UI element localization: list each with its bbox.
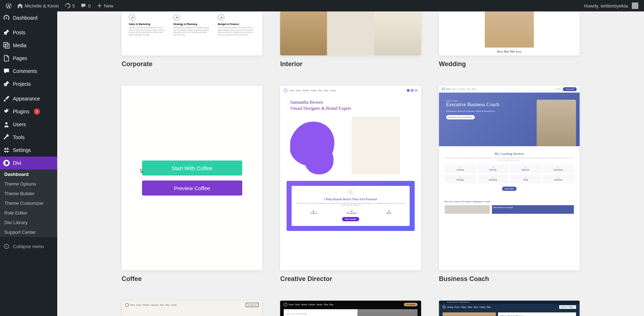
pin-icon bbox=[3, 29, 10, 36]
admin-bar-left: Michelle & Kevin 5 0 New bbox=[3, 0, 116, 11]
menu-appearance[interactable]: Appearance bbox=[0, 92, 57, 105]
template-creative-director[interactable]: Home About Portfolio Project Shop Blog C… bbox=[280, 86, 421, 283]
template-thumbnail: Home About Awards Portfolio Service Shop… bbox=[280, 301, 421, 316]
user-icon bbox=[3, 121, 10, 128]
menu-dashboard[interactable]: Dashboard bbox=[0, 11, 57, 24]
menu-users[interactable]: Users bbox=[0, 118, 57, 131]
divi-icon bbox=[3, 159, 10, 167]
template-label: Business Coach bbox=[439, 275, 580, 283]
menu-label: Pages bbox=[13, 55, 27, 61]
site-name-menu[interactable]: Michelle & Kevin bbox=[14, 0, 62, 11]
pin-icon bbox=[3, 80, 10, 88]
page-icon bbox=[3, 55, 10, 62]
template-grid: ↗Sales & MarketingElevate your business … bbox=[122, 11, 580, 316]
menu-tools[interactable]: Tools bbox=[0, 131, 57, 144]
plugin-icon bbox=[3, 108, 10, 115]
comment-icon bbox=[3, 68, 10, 75]
menu-posts[interactable]: Posts bbox=[0, 26, 57, 39]
template-label: Wedding bbox=[439, 60, 580, 68]
template-wedding[interactable]: How Ben Met Izzy Wedding bbox=[439, 11, 580, 68]
wrench-icon bbox=[3, 134, 10, 141]
menu-label: Divi bbox=[13, 160, 21, 166]
admin-sidebar: Dashboard Posts Media Pages Comments Pro… bbox=[0, 11, 57, 316]
wp-admin-bar: Michelle & Kevin 5 0 New Howdy, writtenb… bbox=[0, 0, 644, 11]
brush-icon bbox=[3, 95, 10, 102]
template-hover-overlay: Start With Coffee Preview Coffee bbox=[122, 86, 262, 270]
template-thumbnail: Home About Portfolio Collection Shop Blo… bbox=[122, 301, 262, 316]
template-architect[interactable]: Home About Portfolio Collection Shop Blo… bbox=[122, 301, 262, 316]
menu-label: Posts bbox=[13, 30, 25, 35]
start-with-button[interactable]: Start With Coffee bbox=[142, 161, 242, 176]
menu-plugins[interactable]: Plugins 3 bbox=[0, 105, 57, 118]
template-label: Interior bbox=[280, 60, 421, 68]
template-thumbnail bbox=[280, 11, 421, 55]
collapse-menu-button[interactable]: Collapse menu bbox=[0, 240, 57, 253]
menu-label: Users bbox=[13, 122, 26, 127]
submenu-theme-options[interactable]: Theme Options bbox=[0, 179, 57, 189]
wordpress-icon bbox=[6, 3, 11, 9]
collapse-label: Collapse menu bbox=[13, 244, 44, 249]
menu-label: Dashboard bbox=[13, 15, 38, 21]
template-thumbnail: 📞123-456-4318 FOR RESERVATIONS Landing H… bbox=[439, 301, 580, 316]
dashboard-icon bbox=[3, 14, 10, 21]
svg-point-1 bbox=[5, 122, 8, 124]
media-icon bbox=[3, 42, 10, 49]
admin-bar-right: Howdy, writtenbyekta bbox=[581, 0, 641, 11]
cursor-icon bbox=[139, 168, 145, 175]
menu-label: Projects bbox=[13, 81, 31, 87]
template-interior[interactable]: Interior bbox=[280, 11, 421, 68]
preview-button[interactable]: Preview Coffee bbox=[142, 181, 242, 196]
submenu-divi-library[interactable]: Divi Library bbox=[0, 218, 57, 227]
plus-icon bbox=[97, 3, 102, 9]
howdy-text: Howdy, writtenbyekta bbox=[584, 3, 628, 9]
submenu-theme-customizer[interactable]: Theme Customizer bbox=[0, 198, 57, 208]
template-restaurant[interactable]: 📞123-456-4318 FOR RESERVATIONS Landing H… bbox=[439, 301, 580, 316]
refresh-menu[interactable]: 5 bbox=[62, 0, 78, 11]
menu-projects[interactable]: Projects bbox=[0, 78, 57, 90]
template-dark[interactable]: Home About Awards Portfolio Service Shop… bbox=[280, 301, 421, 316]
new-label: New bbox=[104, 3, 113, 9]
template-corporate[interactable]: ↗Sales & MarketingElevate your business … bbox=[122, 11, 262, 68]
home-icon bbox=[17, 3, 23, 9]
menu-label: Comments bbox=[13, 68, 37, 74]
refresh-icon bbox=[65, 3, 70, 9]
menu-label: Settings bbox=[13, 147, 31, 153]
submenu-dashboard[interactable]: Dashboard bbox=[0, 169, 57, 179]
submenu-support-center[interactable]: Support Center bbox=[0, 227, 57, 237]
template-label: Creative Director bbox=[280, 275, 421, 283]
template-grid-content: ↗Sales & MarketingElevate your business … bbox=[57, 11, 644, 316]
new-menu[interactable]: New bbox=[94, 0, 116, 11]
template-label: Corporate bbox=[122, 60, 262, 68]
template-thumbnail: How Ben Met Izzy bbox=[439, 11, 580, 55]
comment-icon bbox=[80, 3, 86, 9]
menu-media[interactable]: Media bbox=[0, 39, 57, 52]
template-thumbnail: ↗Sales & MarketingElevate your business … bbox=[122, 11, 262, 55]
template-thumbnail: Home About Services Shop Blog 0 ItemsGet… bbox=[439, 86, 580, 270]
menu-label: Tools bbox=[13, 134, 25, 140]
menu-comments[interactable]: Comments bbox=[0, 65, 57, 78]
submenu-role-editor[interactable]: Role Editor bbox=[0, 208, 57, 218]
site-name: Michelle & Kevin bbox=[25, 3, 59, 9]
menu-label: Plugins bbox=[13, 109, 29, 114]
account-menu[interactable]: Howdy, writtenbyekta bbox=[581, 0, 641, 11]
divi-submenu: Dashboard Theme Options Theme Builder Th… bbox=[0, 169, 57, 237]
template-coffee[interactable]: Start With Coffee Preview Coffee Coffee bbox=[122, 86, 262, 283]
menu-label: Appearance bbox=[13, 96, 40, 102]
wp-logo-menu[interactable] bbox=[3, 0, 14, 11]
settings-icon bbox=[3, 147, 10, 154]
menu-label: Media bbox=[13, 43, 26, 48]
submenu-theme-builder[interactable]: Theme Builder bbox=[0, 189, 57, 198]
refresh-count: 5 bbox=[72, 3, 75, 9]
collapse-icon bbox=[3, 243, 10, 250]
template-business-coach[interactable]: Home About Services Shop Blog 0 ItemsGet… bbox=[439, 86, 580, 283]
plugin-update-badge: 3 bbox=[34, 108, 40, 115]
comments-count: 0 bbox=[88, 3, 91, 9]
menu-divi[interactable]: Divi bbox=[0, 157, 57, 169]
template-thumbnail: Home About Portfolio Project Shop Blog C… bbox=[280, 86, 421, 270]
comments-menu[interactable]: 0 bbox=[78, 0, 93, 11]
template-label: Coffee bbox=[122, 275, 262, 283]
menu-settings[interactable]: Settings bbox=[0, 144, 57, 157]
svg-point-0 bbox=[6, 45, 7, 46]
menu-pages[interactable]: Pages bbox=[0, 52, 57, 65]
avatar bbox=[632, 3, 638, 9]
